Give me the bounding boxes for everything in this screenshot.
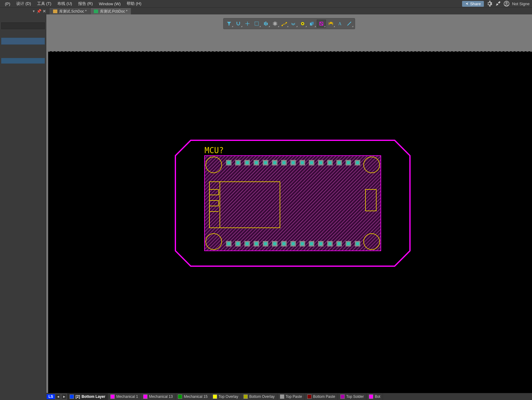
pin-icon[interactable]: 📌 xyxy=(36,9,41,14)
pad xyxy=(272,241,277,247)
chevron-down-icon[interactable]: ▼ xyxy=(32,10,35,13)
user-button[interactable] xyxy=(503,1,510,7)
pcb-viewport[interactable]: MCU? xyxy=(48,51,532,394)
layer-item[interactable]: Mechanical 13 xyxy=(141,393,175,400)
svg-rect-3 xyxy=(264,22,265,25)
layer-item[interactable]: Top Solder xyxy=(338,393,366,400)
pad xyxy=(327,160,333,165)
layer-prev-button[interactable]: ◀ xyxy=(55,394,61,399)
settings-button[interactable] xyxy=(486,1,492,7)
menu-design[interactable]: 设计 (D) xyxy=(14,0,33,7)
menu-window[interactable]: Window (W) xyxy=(97,1,123,7)
tool-align[interactable] xyxy=(262,20,270,27)
menu-p[interactable]: (P) xyxy=(2,1,13,7)
panel-selected-item[interactable] xyxy=(1,58,45,64)
panel-field-1[interactable] xyxy=(1,22,45,29)
menu-tools[interactable]: 工具 (T) xyxy=(35,0,54,7)
svg-rect-53 xyxy=(246,242,249,245)
share-label: Share xyxy=(470,2,481,6)
pad xyxy=(226,241,232,247)
layer-name: Mechanical 1 xyxy=(116,394,138,399)
layer-next-button[interactable]: ▶ xyxy=(61,394,67,399)
user-icon xyxy=(503,1,510,7)
layer-swatch xyxy=(178,394,182,399)
tool-dimension[interactable]: 10 xyxy=(327,20,335,27)
tool-snap[interactable] xyxy=(234,20,243,27)
svg-rect-43 xyxy=(338,161,341,164)
svg-point-7 xyxy=(282,25,283,26)
svg-text:10: 10 xyxy=(330,22,332,24)
route-icon xyxy=(281,21,287,26)
tool-polygon[interactable] xyxy=(308,20,316,27)
pad xyxy=(235,160,241,165)
tool-route[interactable] xyxy=(280,20,289,27)
layer-item[interactable]: Top Overlay xyxy=(210,393,241,400)
menu-help[interactable]: 帮助 (H) xyxy=(124,0,144,7)
diff-pair-icon xyxy=(291,21,296,26)
layer-swatch xyxy=(243,394,248,399)
left-panel xyxy=(0,14,46,394)
pad-row-bottom xyxy=(226,241,360,247)
layer-name: Top Paste xyxy=(286,394,302,399)
tab-pcbdoc[interactable]: 库测试.PcbDoc * xyxy=(90,8,131,14)
pad xyxy=(318,241,323,247)
layer-set-button[interactable]: LS xyxy=(47,394,55,399)
layer-item[interactable]: Bottom Paste xyxy=(305,393,338,400)
component-icon xyxy=(272,21,278,26)
fill-icon xyxy=(319,21,324,26)
layer-item[interactable]: Mechanical 15 xyxy=(175,393,210,400)
pad xyxy=(290,241,296,247)
tool-line[interactable] xyxy=(345,20,354,27)
svg-rect-71 xyxy=(328,242,331,245)
pad-row-top xyxy=(226,160,360,165)
line-icon xyxy=(346,21,352,26)
panel-field-2[interactable] xyxy=(1,38,45,45)
tool-text[interactable]: A xyxy=(336,20,344,27)
svg-rect-21 xyxy=(236,161,239,164)
share-button[interactable]: Share xyxy=(462,1,484,7)
layer-name: Top Overlay xyxy=(219,394,238,399)
tool-via[interactable] xyxy=(298,20,307,27)
svg-rect-33 xyxy=(292,161,295,164)
layer-swatch xyxy=(280,394,284,399)
layer-name: Mechanical 13 xyxy=(149,394,173,399)
main-menubar: (P) 设计 (D) 工具 (T) 布线 (U) 报告 (R) Window (… xyxy=(0,0,532,8)
menu-report[interactable]: 报告 (R) xyxy=(76,0,95,7)
signin-label[interactable]: Not Signe xyxy=(512,2,530,6)
tool-select-rect[interactable] xyxy=(252,20,261,27)
layer-name: Bottom Overlay xyxy=(249,394,275,399)
tool-fill[interactable] xyxy=(317,20,326,28)
tab-schdoc[interactable]: 库测试.SchDoc * xyxy=(50,8,90,14)
pcb-board: MCU? xyxy=(174,137,413,272)
layer-num: [2] xyxy=(75,394,80,399)
layer-item[interactable]: Mechanical 1 xyxy=(108,393,141,400)
tool-component[interactable] xyxy=(271,20,279,27)
pad xyxy=(263,160,268,165)
pad xyxy=(355,160,360,165)
svg-point-8 xyxy=(286,22,287,23)
svg-rect-73 xyxy=(338,242,341,245)
schdoc-icon xyxy=(53,10,57,13)
notifications-button[interactable] xyxy=(495,1,501,7)
component-designator: MCU? xyxy=(205,146,224,155)
layer-current[interactable]: [2] Bottom Layer xyxy=(67,393,108,400)
svg-rect-5 xyxy=(267,23,268,25)
menu-route[interactable]: 布线 (U) xyxy=(55,0,75,7)
tab-label: 库测试.SchDoc * xyxy=(59,9,86,14)
layer-item[interactable]: Bot xyxy=(366,393,383,400)
svg-rect-63 xyxy=(292,242,295,245)
svg-rect-75 xyxy=(347,242,350,245)
pad xyxy=(254,241,259,247)
svg-rect-49 xyxy=(227,242,230,245)
layer-item[interactable]: Top Paste xyxy=(277,393,305,400)
tool-diffpair[interactable] xyxy=(289,20,298,27)
layer-swatch xyxy=(110,394,115,399)
pad xyxy=(309,241,314,247)
layer-swatch xyxy=(369,394,373,399)
tool-filter[interactable] xyxy=(225,20,233,27)
layer-item[interactable]: Bottom Overlay xyxy=(241,393,277,400)
svg-rect-61 xyxy=(282,242,285,245)
pad xyxy=(300,241,305,247)
close-icon[interactable]: ✕ xyxy=(43,9,46,14)
tool-place-cross[interactable] xyxy=(243,20,252,27)
